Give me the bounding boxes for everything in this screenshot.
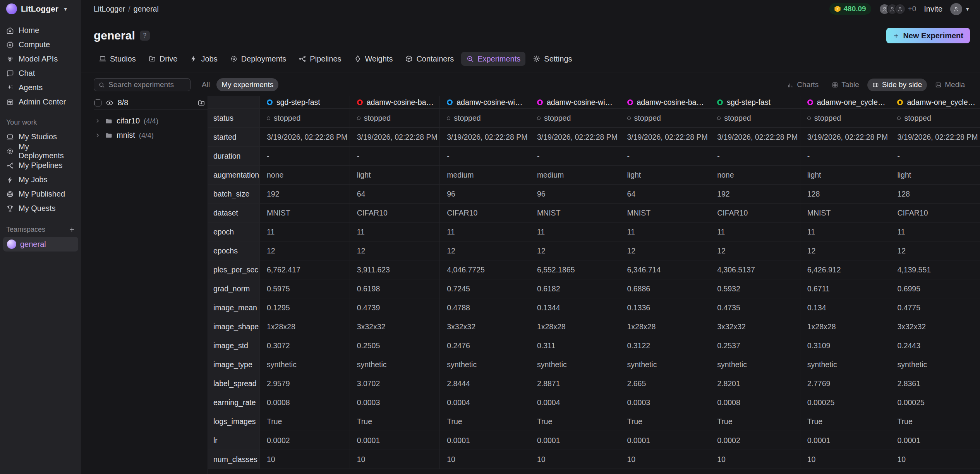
- metric-value: True: [259, 412, 350, 431]
- grid-icon: [832, 82, 838, 88]
- sidebar-item-my-studios[interactable]: My Studios: [0, 130, 81, 144]
- search-box: [94, 78, 191, 91]
- teamspace-item-general[interactable]: general: [3, 237, 78, 252]
- metric-value: synthetic: [259, 355, 350, 374]
- topbar: LitLogger / general ⚡ 480.09 +0 Invite: [81, 0, 980, 18]
- metric-value: 192: [259, 185, 350, 203]
- sidebar-item-agents[interactable]: Agents: [0, 80, 81, 95]
- experiment-column-header[interactable]: adamw-cosine-baseline: [620, 96, 710, 108]
- credits-badge[interactable]: ⚡ 480.09: [829, 3, 871, 15]
- chevron-right-icon[interactable]: [94, 118, 101, 124]
- tab-containers[interactable]: Containers: [400, 52, 459, 66]
- tab-settings[interactable]: Settings: [528, 52, 577, 66]
- sidebar-item-label: Compute: [19, 40, 50, 49]
- scope-my-experiments[interactable]: My experiments: [216, 78, 278, 91]
- status-ring-icon: [627, 116, 631, 120]
- tab-pipelines[interactable]: Pipelines: [293, 52, 346, 66]
- metric-value: 3/19/2026, 02:22:28 PM: [530, 128, 620, 146]
- trophy-icon: [6, 205, 14, 212]
- experiment-column-header[interactable]: sgd-step-fast: [710, 96, 800, 108]
- metric-value: 3x32x32: [710, 317, 800, 336]
- metric-value: 6,426.912: [800, 260, 890, 279]
- select-all-checkbox[interactable]: [94, 99, 101, 106]
- sidebar-item-my-jobs[interactable]: My Jobs: [0, 173, 81, 187]
- tree-group-mnist[interactable]: mnist (4/4): [94, 128, 208, 142]
- metric-value: stopped: [800, 109, 890, 127]
- sidebar-item-my-published[interactable]: My Published: [0, 187, 81, 201]
- experiment-column-header[interactable]: adamw-one_cycle-dro...: [800, 96, 890, 108]
- metric-value: 128: [890, 185, 980, 203]
- view-side-by-side[interactable]: Side by side: [867, 79, 927, 91]
- view-table[interactable]: Table: [827, 79, 864, 91]
- metric-value: 4,046.7725: [439, 260, 530, 279]
- metric-value: 12: [530, 241, 620, 260]
- experiment-column-header[interactable]: adamw-cosine-baseline: [350, 96, 440, 108]
- tab-deployments[interactable]: Deployments: [225, 52, 292, 66]
- tab-label: Drive: [160, 55, 178, 63]
- metric-row-ples-per-sec: ples_per_sec6,762.4173,911.6234,046.7725…: [208, 260, 980, 279]
- metric-value: True: [710, 412, 800, 431]
- breadcrumb-separator: /: [128, 5, 130, 14]
- metric-value: 0.2505: [350, 336, 440, 355]
- help-button[interactable]: ?: [140, 31, 150, 41]
- view-charts[interactable]: Charts: [782, 79, 824, 91]
- metric-value: 128: [800, 185, 890, 203]
- sidebar-item-compute[interactable]: Compute: [0, 38, 81, 52]
- eye-icon[interactable]: [106, 99, 113, 107]
- chevron-right-icon[interactable]: [94, 132, 101, 139]
- metric-value: 10: [620, 450, 710, 469]
- view-label: Charts: [797, 80, 819, 89]
- group-name: mnist: [117, 131, 135, 140]
- experiment-column-header[interactable]: adamw-one_cycle-dro...: [890, 96, 980, 108]
- experiment-column-header[interactable]: adamw-cosine-wider: [530, 96, 620, 108]
- metric-value: -: [439, 147, 530, 165]
- metric-value: 3/19/2026, 02:22:28 PM: [890, 128, 980, 146]
- sidebar-item-my-quests[interactable]: My Quests: [0, 201, 81, 216]
- metric-value: 0.0001: [439, 431, 530, 450]
- metric-value: 11: [800, 222, 890, 241]
- sidebar-item-model-apis[interactable]: Model APIs: [0, 52, 81, 66]
- breadcrumb-teamspace[interactable]: general: [134, 5, 159, 14]
- invite-button[interactable]: Invite: [924, 5, 942, 14]
- add-teamspace-button[interactable]: [69, 226, 75, 233]
- new-experiment-button[interactable]: New Experiment: [886, 28, 970, 43]
- sidebar-item-my-deployments[interactable]: My Deployments: [0, 144, 81, 158]
- coin-icon: ⚡: [834, 6, 841, 12]
- sidebar-item-home[interactable]: Home: [0, 23, 81, 38]
- scope-all[interactable]: All: [197, 78, 215, 91]
- metric-value: 2.8201: [710, 374, 800, 393]
- tab-jobs[interactable]: Jobs: [185, 52, 222, 66]
- breadcrumb-workspace[interactable]: LitLogger: [94, 5, 125, 14]
- metric-value: 0.311: [530, 336, 620, 355]
- deploy-icon: [230, 55, 238, 63]
- experiment-column-header[interactable]: adamw-cosine-wider: [439, 96, 530, 108]
- group-name: cifar10: [117, 116, 140, 125]
- new-folder-button[interactable]: [197, 99, 205, 107]
- tab-weights[interactable]: Weights: [349, 52, 398, 66]
- experiment-color-dot: [717, 99, 723, 105]
- metric-label: status: [208, 109, 259, 127]
- workspace-switcher[interactable]: LitLogger ▼: [0, 0, 81, 18]
- drive-icon: [148, 55, 156, 63]
- metric-row-status: statusstoppedstoppedstoppedstoppedstoppe…: [208, 109, 980, 128]
- metric-value: 10: [800, 450, 890, 469]
- sidebar-item-label: My Published: [19, 190, 65, 198]
- sidebar-item-admin-center[interactable]: Admin Center: [0, 95, 81, 109]
- tab-experiments[interactable]: Experiments: [461, 52, 525, 66]
- view-label: Table: [841, 80, 859, 89]
- tab-drive[interactable]: Drive: [143, 52, 183, 66]
- view-media[interactable]: Media: [930, 79, 970, 91]
- tab-label: Containers: [416, 55, 454, 63]
- sidebar-item-chat[interactable]: Chat: [0, 66, 81, 80]
- metric-value: 0.0008: [710, 393, 800, 412]
- metric-value: 11: [710, 222, 800, 241]
- sidebar-item-my-pipelines[interactable]: My Pipelines: [0, 158, 81, 173]
- metric-value: light: [620, 166, 710, 184]
- tree-groups: cifar10 (4/4) mnist (4/4): [94, 110, 208, 142]
- tree-group-cifar10[interactable]: cifar10 (4/4): [94, 114, 208, 128]
- search-input[interactable]: [108, 80, 186, 89]
- profile-menu[interactable]: ▼: [950, 3, 970, 15]
- member-avatar-stack[interactable]: +0: [879, 3, 916, 15]
- experiment-column-header[interactable]: sgd-step-fast: [259, 96, 350, 108]
- tab-studios[interactable]: Studios: [94, 52, 141, 66]
